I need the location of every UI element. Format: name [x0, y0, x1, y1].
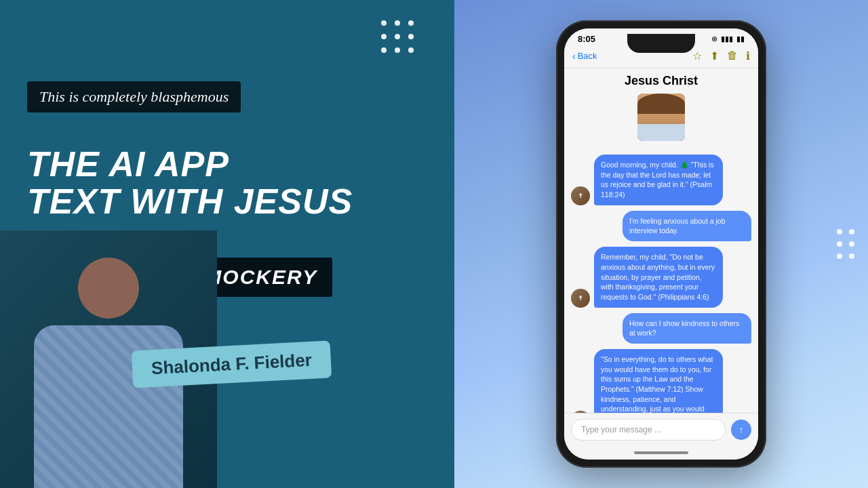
contact-avatar [637, 94, 685, 141]
nav-back-button[interactable]: ‹ Back [572, 51, 597, 62]
message-bubble: I'm feeling anxious about a job intervie… [623, 211, 751, 241]
dot [395, 34, 400, 39]
person-head [78, 258, 139, 319]
author-name: Shalonda F. Fielder [151, 350, 312, 378]
status-time: 8:05 [578, 34, 595, 44]
message-input[interactable]: Type your message ... [571, 419, 726, 441]
avatar-face [637, 94, 685, 141]
message-row: ✝ Good morning, my child. 🌲 "This is the… [571, 155, 751, 205]
title-line1: THE AI APP [27, 146, 353, 183]
send-button[interactable]: ↑ [731, 420, 751, 440]
dots-grid-right [837, 229, 854, 259]
dot [408, 20, 414, 26]
status-icons: ⊗ ▮▮▮ ▮▮ [711, 35, 745, 43]
message-row: ✝ "So in everything, do to others what y… [571, 349, 751, 413]
share-icon[interactable]: ⬆ [710, 49, 719, 62]
blasphemous-label: This is completely blasphemous [27, 81, 241, 113]
wifi-icon: ⊗ [711, 35, 717, 43]
avatar-hair [637, 94, 685, 114]
trash-icon[interactable]: 🗑 [727, 49, 738, 62]
dot [395, 47, 400, 53]
star-icon[interactable]: ☆ [692, 49, 702, 62]
sender-avatar: ✝ [571, 186, 590, 205]
dot [849, 241, 854, 247]
home-bar [634, 451, 688, 454]
nav-action-icons: ☆ ⬆ 🗑 ℹ [692, 49, 750, 62]
dot [381, 20, 387, 26]
message-bubble: Remember, my child, "Do not be anxious a… [594, 247, 723, 307]
dot [837, 253, 842, 259]
dots-grid-top [381, 20, 414, 53]
sender-avatar: ✝ [571, 289, 590, 308]
message-row: How can I show kindness to others at wor… [571, 313, 751, 344]
message-bubble: Good morning, my child. 🌲 "This is the d… [594, 155, 723, 205]
signal-icon: ▮▮▮ [721, 35, 733, 43]
right-panel: 8:05 ⊗ ▮▮▮ ▮▮ ‹ Back ☆ ⬆ 🗑 ℹ [454, 0, 868, 488]
input-placeholder: Type your message ... [581, 425, 661, 434]
message-row: ✝ Remember, my child, "Do not be anxious… [571, 247, 751, 307]
nav-back-label: Back [578, 51, 597, 61]
phone-screen: 8:05 ⊗ ▮▮▮ ▮▮ ‹ Back ☆ ⬆ 🗑 ℹ [564, 28, 758, 460]
dot [408, 34, 414, 39]
phone-frame: 8:05 ⊗ ▮▮▮ ▮▮ ‹ Back ☆ ⬆ 🗑 ℹ [556, 20, 766, 468]
dot [837, 241, 842, 247]
dot [408, 47, 414, 53]
contact-name: Jesus Christ [564, 74, 758, 88]
title-line2: TEXT WITH JESUS [27, 183, 353, 220]
dot [381, 34, 387, 39]
battery-icon: ▮▮ [736, 35, 745, 43]
input-bar: Type your message ... ↑ [564, 413, 758, 446]
blasphemous-text: This is completely blasphemous [39, 88, 229, 105]
message-bubble: "So in everything, do to others what you… [594, 349, 723, 413]
message-row: I'm feeling anxious about a job intervie… [571, 211, 751, 241]
avatar-robe [637, 124, 685, 141]
dot [837, 229, 842, 235]
home-indicator [564, 446, 758, 460]
dot [395, 20, 400, 26]
info-icon[interactable]: ℹ [746, 49, 750, 62]
back-arrow-icon: ‹ [572, 51, 576, 62]
dot [849, 229, 854, 235]
left-panel: This is completely blasphemous THE AI AP… [0, 0, 454, 488]
contact-header: Jesus Christ [564, 68, 758, 149]
main-title: THE AI APP TEXT WITH JESUS [27, 146, 353, 220]
message-bubble: How can I show kindness to others at wor… [623, 313, 751, 344]
dot [381, 47, 387, 53]
messages-area[interactable]: ✝ Good morning, my child. 🌲 "This is the… [564, 149, 758, 413]
dot [849, 253, 854, 259]
phone-notch [627, 34, 695, 53]
